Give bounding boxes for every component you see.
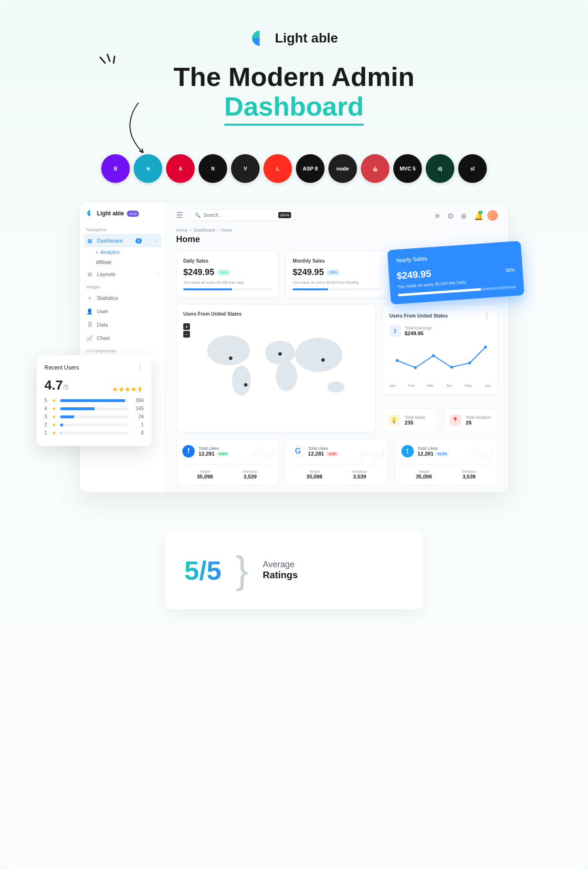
- tech-badge-cakephp[interactable]: 🎂: [361, 154, 389, 183]
- sidebar-subitem-affiliate[interactable]: Affiliate: [80, 257, 165, 267]
- axis-label: May: [465, 383, 472, 388]
- rating-number: 2: [44, 422, 48, 427]
- settings-icon[interactable]: ⚙: [447, 212, 455, 219]
- social-label: Total Likes: [308, 446, 338, 451]
- gear-icon[interactable]: ⊕: [461, 212, 468, 219]
- hero-line1: The Modern Admin: [173, 62, 414, 92]
- target-label: Target: [292, 469, 337, 474]
- axis-label: Feb: [408, 383, 415, 388]
- star-icon: ★: [52, 430, 56, 435]
- earnings-sparkline: [389, 341, 491, 380]
- tech-badge-laravel[interactable]: L: [263, 154, 292, 183]
- sidebar-version-badge: v1.0: [127, 211, 139, 217]
- tech-badge-symfony[interactable]: sf: [458, 154, 487, 183]
- recent-users-title: Recent Users: [44, 364, 79, 371]
- hero-title: The Modern Admin Dashboard: [0, 62, 588, 126]
- social-pct: +12%: [217, 452, 229, 456]
- sidebar-subitem-analytics[interactable]: Analytics: [80, 247, 165, 257]
- social-value: 12,281: [199, 451, 215, 456]
- earnings-icon: $: [389, 325, 401, 337]
- sidebar-item-label: User: [97, 308, 108, 314]
- brand-name: Light able: [275, 31, 338, 46]
- monthly-note: You made an extra 35,000 this Monthly: [293, 280, 381, 285]
- sidebar-item-data[interactable]: 🗄Data: [80, 318, 165, 331]
- grid-icon: ▦: [86, 237, 93, 244]
- rating-number: 5: [44, 398, 48, 403]
- tech-badge-next[interactable]: N: [199, 154, 227, 183]
- rating-bar: [60, 399, 128, 402]
- rating-count: 145: [132, 406, 144, 411]
- tech-badge-bootstrap[interactable]: B: [101, 154, 130, 183]
- search-box[interactable]: 🔍 ctrl+k: [190, 209, 295, 221]
- rating-bar: [60, 415, 128, 418]
- tech-badge-asp[interactable]: ASP 8: [296, 154, 325, 183]
- yearly-pct: 36%: [505, 267, 515, 273]
- page-title: Home: [176, 234, 498, 244]
- sidebar-item-chart[interactable]: 📈Chart: [80, 331, 165, 345]
- tech-badge-node[interactable]: node: [328, 154, 357, 183]
- tech-badge-angular[interactable]: A: [166, 154, 195, 183]
- chevron-right-icon: ›: [190, 228, 191, 233]
- target-value: 35,098: [182, 474, 228, 479]
- chevron-down-icon: ⌄: [155, 238, 158, 243]
- rating-score: 4.7: [44, 378, 63, 393]
- tech-badge-react[interactable]: ⚛: [134, 154, 162, 183]
- more-icon[interactable]: ⋮: [483, 311, 491, 320]
- svg-line-1: [107, 54, 110, 61]
- zoom-out-button[interactable]: −: [183, 331, 190, 338]
- svg-point-16: [450, 366, 453, 369]
- bell-icon[interactable]: 🔔4: [474, 212, 482, 219]
- chevron-right-icon: ›: [217, 228, 219, 233]
- hamburger-icon[interactable]: ☰: [176, 211, 186, 220]
- duration-value: 3,539: [337, 474, 382, 479]
- map-title: Users From United States: [183, 311, 368, 317]
- monthly-sales-card: Monthly Sales $249.9520% You made an ext…: [285, 251, 388, 297]
- duration-label: Duration: [337, 469, 382, 474]
- social-pct: +6.2%: [435, 452, 449, 456]
- sidebar-section-label: UI Components: [80, 345, 165, 355]
- recent-users-card: Recent Users ⋮ 4.7/5 ★★★★⯨ 5★3844★1453★2…: [37, 355, 151, 446]
- axis-label: Mar: [427, 383, 434, 388]
- sidebar-item-label: Layouts: [97, 271, 116, 277]
- google-icon: G: [292, 445, 304, 457]
- breadcrumb-item[interactable]: Home: [221, 228, 232, 233]
- monthly-pct: 20%: [326, 269, 340, 276]
- mini-stat-value: 235: [405, 420, 425, 425]
- tech-badge-vue[interactable]: V: [231, 154, 260, 183]
- sidebar-item-statistics[interactable]: ≡Statistics: [80, 291, 165, 305]
- breadcrumb-item[interactable]: Home: [176, 228, 188, 233]
- more-icon[interactable]: ⋮: [136, 363, 144, 372]
- target-label: Target: [182, 469, 228, 474]
- sidebar-item-user[interactable]: 👤User: [80, 305, 165, 318]
- rating-bar: [60, 424, 128, 426]
- svg-point-13: [396, 359, 399, 362]
- sidebar-item-dashboard[interactable]: ▦Dashboard8⌄: [84, 234, 161, 247]
- svg-point-3: [207, 336, 250, 366]
- sun-icon[interactable]: ☀: [434, 212, 441, 219]
- users-map-card: Users From United States + −: [176, 304, 376, 432]
- breadcrumb-item[interactable]: Dashboard: [194, 228, 215, 233]
- target-value: 35,098: [401, 474, 447, 479]
- rating-bar-row: 1★0: [44, 430, 144, 435]
- rating-count: 1: [132, 422, 144, 427]
- social-value: 12,281: [308, 451, 324, 456]
- svg-point-7: [295, 338, 342, 372]
- rating-count: 0: [132, 430, 144, 435]
- brace-icon: }: [236, 548, 249, 592]
- tech-badge-mvc[interactable]: MVC 5: [393, 154, 422, 183]
- avatar[interactable]: [487, 210, 498, 221]
- social-card-google: G Total Likes 12,281-5.9% Target35,098 D…: [285, 439, 388, 486]
- search-input[interactable]: [203, 212, 275, 218]
- count-badge: 8: [136, 238, 141, 244]
- zoom-in-button[interactable]: +: [183, 323, 190, 330]
- star-icon: ★: [52, 406, 56, 411]
- sidebar-item-layouts[interactable]: ▤Layouts›: [80, 267, 165, 281]
- db-icon: 🗄: [86, 321, 93, 328]
- rating-bar: [60, 432, 128, 435]
- target-value: 35,098: [292, 474, 337, 479]
- tech-badge-django[interactable]: dj: [426, 154, 454, 183]
- social-card-twitter: t Total Likes 12,281+6.2% Target35,098 D…: [395, 439, 498, 486]
- brand-logo-icon: [250, 29, 269, 48]
- axis-label: Jun: [484, 383, 491, 388]
- rating-count: 384: [132, 398, 144, 403]
